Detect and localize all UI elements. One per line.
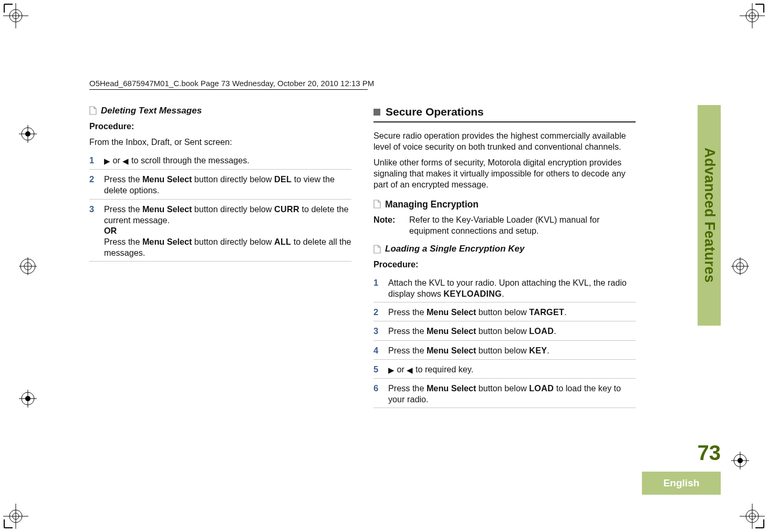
document-icon — [373, 200, 381, 208]
registration-mark-icon — [19, 125, 37, 143]
step-3: 3 Press the Menu Select button directly … — [89, 202, 351, 262]
left-arrow-icon: ◀ — [407, 366, 413, 374]
step-text: Press the Menu Select button below KEY. — [388, 345, 636, 356]
left-column: Deleting Text Messages Procedure: From t… — [89, 105, 351, 410]
step-3: 3 Press the Menu Select button below LOA… — [373, 324, 636, 340]
document-icon — [373, 245, 381, 254]
step-number: 3 — [89, 204, 97, 258]
left-arrow-icon: ◀ — [122, 157, 129, 165]
registration-mark-icon — [731, 257, 749, 275]
right-column: Secure Operations Secure radio operation… — [373, 105, 636, 410]
subheading-text: Managing Encryption — [385, 199, 479, 210]
section-title: Secure Operations — [386, 105, 484, 119]
step-text: ▶ or ◀ to required key. — [388, 364, 636, 375]
body-paragraph: Unlike other forms of security, Motorola… — [373, 157, 636, 190]
running-header-text: O5Head_6875947M01_C.book Page 73 Wednesd… — [89, 79, 374, 88]
subheading-managing-encryption: Managing Encryption — [373, 199, 636, 210]
side-tab-label: Advanced Features — [701, 148, 718, 283]
subheading-loading-key: Loading a Single Encryption Key — [373, 243, 636, 255]
cropmark-bottom-left-icon — [3, 504, 28, 529]
step-text: Press the Menu Select button below TARGE… — [388, 307, 636, 318]
side-tab: Advanced Features — [698, 105, 721, 326]
procedure-label: Procedure: — [373, 259, 636, 270]
or-label: OR — [104, 225, 351, 236]
cropmark-top-left-icon — [3, 3, 28, 28]
procedure-label: Procedure: — [89, 121, 351, 132]
step-1: 1 ▶ or ◀ to scroll through the messages. — [89, 153, 351, 170]
step-number: 2 — [89, 174, 97, 195]
section-heading-secure-ops: Secure Operations — [373, 105, 636, 119]
running-header-rule — [89, 89, 368, 90]
right-arrow-icon: ▶ — [104, 157, 110, 165]
document-icon — [89, 106, 97, 115]
running-header: O5Head_6875947M01_C.book Page 73 Wednesd… — [89, 79, 374, 90]
step-text: ▶ or ◀ to scroll through the messages. — [104, 155, 351, 166]
step-number: 3 — [373, 326, 381, 337]
page-number: 73 — [698, 441, 721, 465]
note-block: Note: Refer to the Key-Variable Loader (… — [373, 214, 636, 236]
step-1: 1 Attach the KVL to your radio. Upon att… — [373, 275, 636, 302]
registration-mark-icon — [731, 452, 749, 470]
step-number: 1 — [373, 277, 381, 299]
language-box: English — [642, 472, 721, 495]
step-6: 6 Press the Menu Select button below LOA… — [373, 381, 636, 408]
step-2: 2 Press the Menu Select button below TAR… — [373, 305, 636, 321]
note-label: Note: — [373, 214, 402, 236]
intro-text: From the Inbox, Draft, or Sent screen: — [89, 137, 351, 148]
step-text: Press the Menu Select button directly be… — [104, 174, 351, 195]
step-text: Press the Menu Select button directly be… — [104, 204, 351, 258]
registration-mark-icon — [19, 257, 37, 275]
right-arrow-icon: ▶ — [388, 366, 395, 374]
step-2: 2 Press the Menu Select button directly … — [89, 172, 351, 199]
step-4: 4 Press the Menu Select button below KEY… — [373, 343, 636, 360]
subheading-text: Deleting Text Messages — [101, 105, 202, 117]
step-number: 5 — [373, 364, 381, 375]
step-number: 2 — [373, 307, 381, 318]
note-text: Refer to the Key-Variable Loader (KVL) m… — [409, 214, 636, 236]
cropmark-bottom-right-icon — [740, 504, 765, 529]
body-paragraph: Secure radio operation provides the high… — [373, 130, 636, 152]
subheading-deleting: Deleting Text Messages — [89, 105, 351, 117]
step-text: Press the Menu Select button below LOAD. — [388, 326, 636, 337]
language-label: English — [663, 477, 700, 489]
cropmark-top-right-icon — [740, 3, 765, 28]
registration-mark-icon — [19, 390, 37, 408]
step-5: 5 ▶ or ◀ to required key. — [373, 362, 636, 379]
step-number: 6 — [373, 383, 381, 404]
page-content: Deleting Text Messages Procedure: From t… — [89, 105, 636, 410]
step-number: 1 — [89, 155, 97, 166]
section-rule — [373, 121, 636, 123]
subheading-text: Loading a Single Encryption Key — [385, 243, 524, 255]
step-text: Press the Menu Select button below LOAD … — [388, 383, 636, 404]
square-bullet-icon — [373, 109, 380, 116]
step-text: Attach the KVL to your radio. Upon attac… — [388, 277, 636, 299]
step-number: 4 — [373, 345, 381, 356]
